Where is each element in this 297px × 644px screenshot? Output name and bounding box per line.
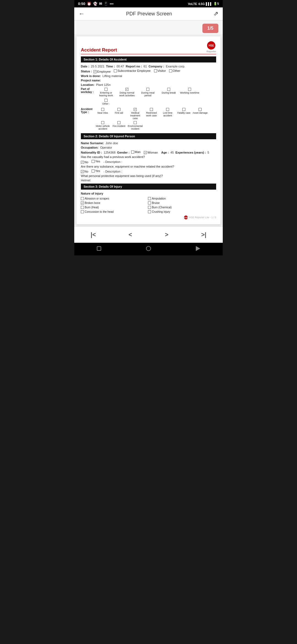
pdf-area: Accident Report HSE Reporter Section 1: … [74, 34, 223, 227]
workday-break-cb[interactable] [167, 88, 170, 91]
pdf-bottom-nav: |< < > >| [74, 227, 223, 243]
status-other-checkbox[interactable] [169, 69, 172, 72]
gender-woman-label: Woman [147, 151, 158, 154]
share-button[interactable]: ⇗ [213, 10, 218, 17]
snapchat-icon: 👻 [93, 2, 97, 6]
footer-text: HSE Reporter Lite - 1 / 5 [189, 216, 216, 219]
injury-broken-bone: Broken bone [81, 201, 146, 204]
workday-overtime-cb[interactable] [188, 88, 191, 91]
first-page-button[interactable]: |< [88, 230, 99, 239]
android-back-button[interactable] [195, 245, 201, 252]
substance-no-cb[interactable] [81, 170, 84, 173]
accident-type-row: AccidentType : Near miss First aid Medic… [81, 108, 216, 132]
workday-normal-cb[interactable] [125, 88, 128, 91]
report-title: Accident Report [81, 47, 117, 53]
acc-near-miss-cb[interactable] [101, 108, 104, 111]
whatsapp-icon: 📱 [104, 2, 108, 6]
prev-desc-label: - Description : [103, 160, 122, 163]
acc-medical: Medical treatment case [128, 108, 143, 120]
exp-label: Experiences (years) : [175, 151, 206, 154]
report-no-value: 61 [144, 65, 147, 68]
injury-burn-chem-label: Burn (Chemical) [152, 206, 172, 209]
acc-medical-cb[interactable] [134, 108, 137, 111]
acc-asset-cb[interactable] [199, 108, 202, 111]
acc-fatality-cb[interactable] [182, 108, 185, 111]
company-label: Company : [148, 65, 164, 68]
injury-burn-chem: Burn (Chemical) [148, 206, 213, 209]
status-other: Other [169, 69, 180, 72]
next-page-button[interactable]: > [162, 230, 171, 239]
acc-lost-time-cb[interactable] [166, 108, 169, 111]
acc-lost-time-label: Lost time accident [160, 111, 175, 117]
workday-other-cb[interactable] [105, 99, 108, 102]
injury-burn-heat: Burn (Heat) [81, 206, 146, 209]
acc-environmental: Environmental incident [128, 121, 143, 130]
prev-yes-cb[interactable] [92, 160, 95, 163]
acc-first-aid-label: First aid [115, 111, 123, 114]
acc-fatality-label: Fatality case [177, 111, 191, 114]
substance-yes-label: Yes [95, 169, 100, 173]
nature-injury-label: Nature of injury [81, 192, 103, 195]
acc-first-aid-cb[interactable] [117, 108, 120, 111]
acc-restricted-cb[interactable] [150, 108, 153, 111]
injury-burn-chem-cb[interactable] [148, 206, 151, 209]
status-right: VoLTE 4.5G ▌▌▌ 🔋5 [188, 2, 219, 6]
gender-man-cb[interactable] [131, 151, 134, 154]
status-subcontractor-checkbox[interactable] [114, 69, 117, 72]
gender-woman-cb[interactable] [144, 151, 147, 154]
pdf-footer: HSE HSE Reporter Lite - 1 / 5 [81, 213, 216, 219]
name-value: John doe [106, 141, 118, 145]
workday-normal: Doing normal work activities [117, 88, 137, 97]
section2-header: Section 2: Details Of Injured Person [81, 133, 216, 139]
section1-header: Section 1: Details Of Accident [81, 56, 216, 62]
injury-broken-bone-label: Broken bone [85, 201, 100, 204]
injury-amputation: Amputation [148, 197, 213, 200]
substance-no-label: No [84, 170, 88, 173]
workday-entering: Entering or leaving work [97, 88, 116, 97]
occupation-label: Occupation: [81, 146, 98, 149]
injury-abrasion-cb[interactable] [81, 197, 84, 200]
gender-man-label: Man [135, 150, 141, 154]
workday-grid: Entering or leaving work Doing normal wo… [97, 88, 216, 105]
back-button[interactable]: ← [79, 10, 85, 17]
injury-crushing-cb[interactable] [148, 210, 151, 213]
android-square-button[interactable] [96, 245, 102, 252]
ppe-question-row: What personal protective equipment was b… [81, 174, 216, 178]
name-row: Name Surname: John doe [81, 141, 216, 145]
workday-entering-cb[interactable] [105, 88, 108, 91]
status-employee-label: Employee [97, 70, 111, 73]
acc-asset: Asset damage [193, 108, 208, 120]
injury-broken-bone-cb[interactable] [81, 201, 84, 204]
acc-restricted: Restricted work case [144, 108, 159, 120]
nationality-row: Nationality ID : 1254368 Gender : Man Wo… [81, 150, 216, 154]
status-employee-checkbox[interactable] [94, 70, 97, 73]
status-visitor-checkbox[interactable] [154, 69, 157, 72]
prev-page-button[interactable]: < [126, 230, 135, 239]
status-row: Status : Employee Subcontractor Employee… [81, 69, 216, 73]
accident-type-label: AccidentType : [81, 108, 92, 114]
workday-entering-label: Entering or leaving work [97, 91, 116, 97]
email-icon: ✉ [99, 2, 102, 6]
workday-meal-cb[interactable] [146, 88, 149, 91]
injury-concussion-cb[interactable] [81, 210, 84, 213]
acc-environmental-cb[interactable] [134, 121, 137, 124]
ppe-question: What personal protective equipment was b… [81, 174, 163, 178]
age-label: Age : [161, 151, 169, 154]
injury-amputation-cb[interactable] [148, 197, 151, 200]
status-bar: 0:50 ⏰ 👻 ✉ 📱 ••• VoLTE 4.5G ▌▌▌ 🔋5 [74, 0, 223, 7]
last-page-button[interactable]: >| [198, 230, 209, 239]
date-row: Date : 25 5 2021 Time : 00:47 Report no … [81, 65, 216, 68]
acc-environmental-label: Environmental incident [128, 125, 143, 130]
acc-fire-cb[interactable] [117, 121, 120, 124]
network-icon: 4.5G [198, 2, 205, 6]
android-home-button[interactable] [145, 245, 152, 252]
workday-row: Part ofworkday : Entering or leaving wor… [81, 88, 216, 107]
injury-burn-heat-cb[interactable] [81, 206, 84, 209]
substance-yes-cb[interactable] [92, 170, 95, 173]
injury-bruise-cb[interactable] [148, 201, 151, 204]
android-nav-bar [74, 243, 223, 255]
acc-near-miss: Near miss [95, 108, 110, 120]
acc-motor-cb[interactable] [101, 121, 104, 124]
ppe-value: Helmet [81, 179, 90, 182]
prev-no-cb[interactable] [81, 161, 84, 164]
